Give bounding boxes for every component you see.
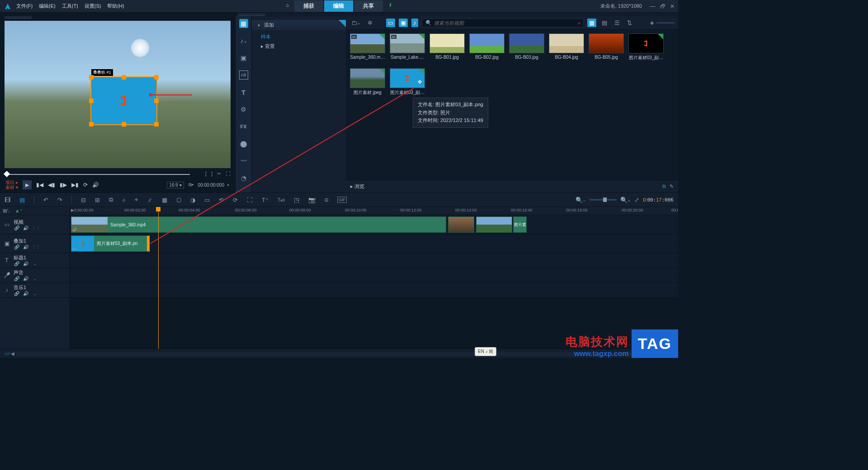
preview-scrubber[interactable]: [ ] ✂ ⛶ (5, 171, 231, 178)
import-folder-icon[interactable]: 🗀₊ (349, 19, 362, 27)
3d-tool-icon[interactable]: T₃ᴅ (278, 197, 285, 202)
tree-item-sample[interactable]: 样本 (252, 32, 346, 42)
menu-tools[interactable]: 工具(T) (62, 3, 78, 9)
media-item[interactable]: 图片素材03_副… (628, 33, 664, 61)
resize-handle[interactable] (154, 122, 159, 127)
menu-edit[interactable]: 编辑(E) (39, 3, 56, 9)
preview-viewport[interactable]: 叠叠轨 #1 (5, 21, 231, 168)
ripple-icon[interactable]: ⋮⋮ (32, 226, 38, 230)
search-input[interactable]: 🔍 × (422, 19, 584, 27)
tool-3-icon[interactable]: ⧉ (109, 196, 113, 203)
zoom-in-icon[interactable]: 🔍₊ (620, 197, 631, 203)
tool-10-icon[interactable]: ▭ (204, 197, 210, 203)
thumbnail-size-slider[interactable] (656, 22, 675, 24)
motion-tab-icon[interactable]: 〰 (239, 156, 248, 165)
step-back-icon[interactable]: ◀▮ (48, 182, 55, 188)
view-large-icon[interactable]: ▦ (587, 19, 596, 27)
crop-icon[interactable]: ⧉▾ (189, 182, 193, 188)
fx-tab-icon[interactable]: FX (239, 122, 248, 131)
video-track[interactable]: Sample_360.mp4 🔊 图片素 (70, 215, 678, 234)
aspect-ratio-selector[interactable]: 16:9 ▾ (167, 182, 184, 188)
track-up-icon[interactable]: ▲⁺ (15, 208, 23, 214)
search-field[interactable] (434, 20, 575, 26)
filter-photo-icon[interactable]: ▣ (399, 19, 408, 27)
media-item[interactable]: BG-B02.jpg (469, 33, 505, 61)
timeline-view-icon[interactable]: ▤ (19, 197, 25, 203)
tool-1-icon[interactable]: ⊟ (81, 197, 86, 203)
tree-item-background[interactable]: ▸ 背景 (252, 42, 346, 51)
link-icon[interactable]: 🔗 (14, 261, 20, 266)
timeline-content[interactable]: ▶0:00:00:00 00:00:02:00 00:00:04:00 00:0… (70, 207, 678, 349)
scroll-left-icon[interactable]: ◀ (11, 351, 14, 356)
expand-icon[interactable]: ⛶ (226, 171, 231, 177)
tool-9-icon[interactable]: ◑ (190, 197, 195, 203)
redo-icon[interactable]: ↷ (57, 197, 62, 203)
resize-handle[interactable] (154, 75, 159, 80)
goto-end-icon[interactable]: ▶▮ (71, 182, 79, 188)
subtitle-tool-icon[interactable]: ◳ (294, 197, 299, 203)
link-icon[interactable]: 🔗 (14, 276, 20, 281)
tool-5-icon[interactable]: ⌖ (135, 196, 138, 203)
timeline-ruler[interactable]: ▶0:00:00:00 00:00:02:00 00:00:04:00 00:0… (70, 207, 678, 215)
mute-icon[interactable]: 🔊 (23, 291, 29, 296)
sort-icon[interactable]: ⇅ (625, 19, 634, 27)
grip-icon[interactable] (5, 16, 32, 19)
tab-capture[interactable]: 捕获 (294, 0, 323, 12)
tab-share[interactable]: 共享 (354, 0, 383, 12)
overlay-tab-icon[interactable]: ⚙ (239, 105, 248, 114)
tool-17-icon[interactable]: ⧈ (325, 196, 328, 203)
loop-icon[interactable]: ⟳ (83, 182, 88, 188)
tool-6-icon[interactable]: ⫽ (147, 197, 153, 203)
media-item[interactable]: BG-B01.jpg (429, 33, 465, 61)
video-clip[interactable]: Sample_360.mp4 🔊 (71, 216, 446, 233)
resize-handle[interactable] (122, 75, 126, 80)
link-icon[interactable]: 🔗 (14, 244, 20, 249)
mute-icon[interactable]: 🔊 (23, 244, 29, 249)
undo-icon[interactable]: ↶ (43, 197, 48, 203)
resize-handle[interactable] (122, 122, 126, 127)
tool-12-icon[interactable]: ⟳ (233, 197, 238, 203)
ar-tab-icon[interactable]: ◔ (239, 174, 248, 183)
clear-search-icon[interactable]: × (578, 20, 580, 26)
resize-handle[interactable] (89, 122, 94, 127)
zoom-out-icon[interactable]: 🔍₋ (576, 197, 586, 203)
link-icon[interactable]: 🔗 (14, 291, 20, 296)
status-icon[interactable]: ▭⁺ (5, 351, 11, 356)
resize-handle[interactable] (154, 99, 159, 103)
timecode-display[interactable]: 00:00:00:000 ‣ (198, 183, 230, 188)
mark-out-icon[interactable]: ] (211, 171, 212, 177)
menu-file[interactable]: 文件(F) (16, 3, 33, 9)
filter-audio-icon[interactable]: ♪ (411, 19, 418, 27)
upload-icon[interactable]: ⬆ (384, 0, 397, 12)
resize-handle[interactable] (89, 75, 94, 80)
media-item[interactable]: BG-B05.jpg (588, 33, 624, 61)
filter-video-icon[interactable]: ▭ (386, 19, 395, 27)
video-clip-2[interactable] (448, 216, 474, 233)
tool-2-icon[interactable]: ⊞ (95, 197, 100, 203)
tool-8-icon[interactable]: ⬡ (176, 197, 181, 203)
mute-icon[interactable]: 🔊 (23, 276, 29, 281)
restore-icon[interactable]: 🗗 (660, 3, 665, 9)
scrubber-track[interactable] (5, 174, 190, 175)
gif-tool-icon[interactable]: GIF (337, 197, 347, 203)
expand-track-icon[interactable]: ⌄ (32, 276, 38, 281)
play-button[interactable]: ▶ (23, 180, 32, 189)
tool-11-icon[interactable]: ⟲ (219, 197, 224, 203)
overlay-track[interactable]: 图片素材03_副本.pn ▭ (70, 234, 678, 253)
mute-icon[interactable]: 🔊 (23, 226, 29, 230)
subtitle-tab-icon[interactable]: AB (239, 70, 248, 80)
media-item[interactable]: BG-B03.jpg (509, 33, 545, 61)
tool-4-icon[interactable]: ⟐ (122, 197, 126, 203)
storyboard-view-icon[interactable]: 🎞 (5, 197, 10, 203)
add-media-button[interactable]: ＋ 添加 (252, 20, 346, 30)
volume-icon[interactable]: 🔊 (92, 182, 99, 188)
media-item[interactable]: ▭Sample_360.m… (349, 33, 386, 61)
sound-track[interactable] (70, 268, 678, 283)
scrubber-thumb[interactable] (4, 171, 10, 177)
media-tab-icon[interactable]: ▦ (239, 19, 248, 28)
preview-mode-label[interactable]: 项目 ▸ 素材 ▾ (5, 180, 18, 190)
expand-track-icon[interactable]: ⌄ (32, 261, 38, 266)
edit-clip-icon[interactable]: ✎ (670, 183, 674, 189)
menu-settings[interactable]: 设置(S) (85, 3, 101, 9)
video-clip-4[interactable]: 图片素 (513, 216, 527, 233)
